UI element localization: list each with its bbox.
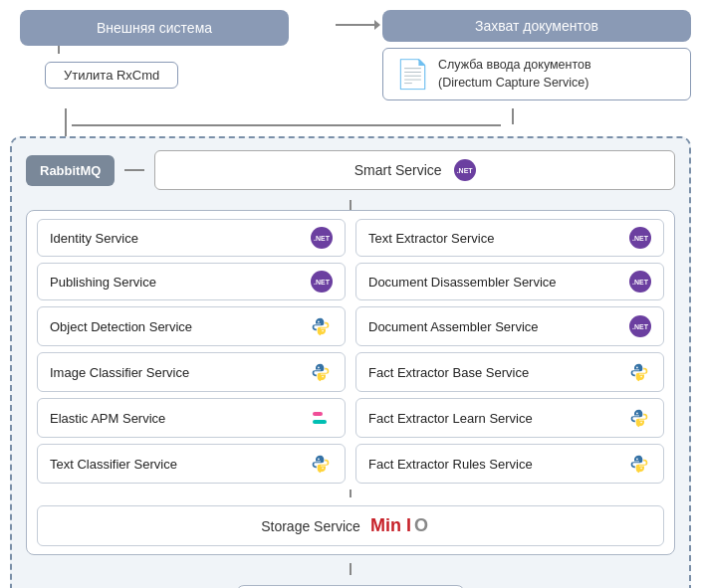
fact-extractor-base-service: Fact Extractor Base Service (355, 352, 664, 392)
object-detection-service: Object Detection Service (37, 306, 346, 346)
identity-service-label: Identity Service (50, 231, 138, 246)
elastic-apm-service: Elastic APM Service (37, 398, 346, 438)
fact-extractor-learn-label: Fact Extractor Learn Service (368, 411, 533, 426)
doc-assembler-label: Document Assembler Service (368, 319, 539, 334)
storage-service: Storage Service Min I O (37, 505, 664, 546)
doc-assembler-net-badge: .NET (629, 315, 651, 337)
diagram: Внешняя система Утилита RxCmd Захват док… (10, 10, 691, 588)
publishing-service: Publishing Service .NET (37, 263, 346, 300)
svg-point-4 (636, 367, 638, 369)
svg-text:O: O (414, 515, 428, 535)
services-grid: Identity Service .NET Text Extractor Ser… (37, 219, 664, 484)
text-classifier-label: Text Classifier Service (50, 457, 177, 472)
svg-point-2 (318, 367, 320, 369)
smart-service-label: Smart Service (354, 162, 442, 178)
svg-point-1 (322, 330, 324, 332)
fact-extractor-rules-label: Fact Extractor Rules Service (368, 457, 533, 472)
capture-service-box: 📄 Служба ввода документов(Directum Captu… (382, 48, 691, 100)
rxcmd-box: Утилита RxCmd (45, 62, 178, 89)
image-classifier-service: Image Classifier Service (37, 352, 346, 392)
fact-extractor-base-py-badge (627, 360, 651, 384)
elastic-apm-label: Elastic APM Service (50, 411, 165, 426)
svg-text:I: I (406, 515, 411, 535)
top-row: RabbitMQ Smart Service .NET (26, 150, 675, 190)
rabbitmq-connector (124, 169, 144, 171)
svg-point-11 (322, 468, 324, 470)
svg-point-10 (318, 459, 320, 461)
svg-point-0 (318, 321, 320, 323)
doc-disassembler-net-badge: .NET (629, 271, 651, 293)
svg-point-8 (636, 413, 638, 415)
svg-point-9 (640, 422, 642, 424)
external-system-group: Внешняя система Утилита RxCmd (10, 10, 329, 89)
capture-doc-icon: 📄 (395, 58, 430, 91)
services-inner: Identity Service .NET Text Extractor Ser… (26, 210, 675, 555)
object-detection-label: Object Detection Service (50, 319, 192, 334)
svg-point-13 (640, 468, 642, 470)
publishing-net-badge: .NET (311, 271, 333, 293)
elastic-badge (309, 406, 333, 430)
smart-service-box: Smart Service .NET (154, 150, 675, 190)
svg-point-3 (322, 376, 324, 378)
capture-header: Захват документов (382, 10, 691, 42)
smart-service-net-badge: .NET (454, 159, 476, 181)
text-extractor-net-badge: .NET (629, 227, 651, 249)
text-extractor-service: Text Extractor Service .NET (355, 219, 664, 257)
doc-disassembler-service: Document Disassembler Service .NET (355, 263, 664, 300)
identity-net-badge: .NET (311, 227, 333, 249)
minio-logo: Min I O (370, 513, 440, 538)
text-classifier-py-badge (309, 452, 333, 476)
rabbitmq-box: RabbitMQ (26, 155, 115, 186)
identity-service: Identity Service .NET (37, 219, 346, 257)
image-classifier-label: Image Classifier Service (50, 365, 189, 380)
storage-service-label: Storage Service (261, 518, 360, 534)
capture-service-label: Служба ввода документов(Directum Capture… (438, 57, 591, 92)
svg-point-12 (636, 459, 638, 461)
fact-extractor-learn-py-badge (627, 406, 651, 430)
fact-extractor-learn-service: Fact Extractor Learn Service (355, 398, 664, 438)
doc-assembler-service: Document Assembler Service .NET (355, 306, 664, 346)
doc-disassembler-label: Document Disassembler Service (368, 275, 557, 290)
image-classifier-py-badge (309, 360, 333, 384)
fact-extractor-rules-service: Fact Extractor Rules Service (355, 444, 664, 484)
main-container: RabbitMQ Smart Service .NET Identity Ser… (10, 136, 691, 588)
fact-extractor-rules-py-badge (627, 452, 651, 476)
svg-point-5 (640, 376, 642, 378)
capture-group: Захват документов 📄 Служба ввода докумен… (382, 10, 691, 100)
svg-rect-7 (313, 420, 327, 424)
publishing-service-label: Publishing Service (50, 275, 156, 290)
svg-rect-6 (313, 412, 323, 416)
object-detection-py-badge (309, 314, 333, 338)
text-extractor-label: Text Extractor Service (368, 231, 494, 246)
svg-text:Min: Min (370, 515, 401, 535)
external-system-box: Внешняя система (20, 10, 289, 46)
fact-extractor-base-label: Fact Extractor Base Service (368, 365, 529, 380)
text-classifier-service: Text Classifier Service (37, 444, 346, 484)
